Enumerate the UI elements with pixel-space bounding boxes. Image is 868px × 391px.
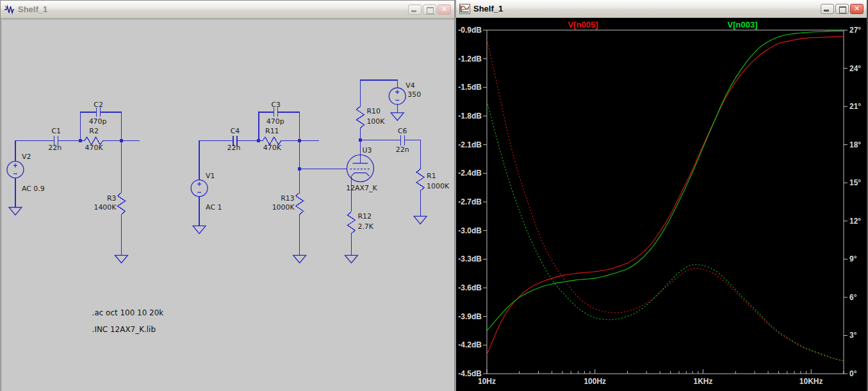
minimize-icon [411,10,416,12]
component-label[interactable]: R11 [265,127,279,135]
schematic-drawing: C122nC2470pR2470KV2AC 0.9R31400KC422nC34… [1,19,454,391]
y-left-tick-label: -3.9dB [458,312,482,321]
y-left-tick-label: -4.2dB [458,340,482,349]
component-label[interactable]: 350 [407,90,421,99]
schematic-icon[interactable] [4,4,15,15]
component-label[interactable]: 22n [227,144,241,152]
y-right-tick-label: 15° [849,178,861,187]
y-right-tick-label: 6° [849,293,857,302]
legend-label[interactable]: V[n003] [728,20,758,29]
minimize-icon [824,10,829,12]
y-left-tick-label: -1.5dB [458,83,482,92]
voltage-source-V2[interactable] [7,162,24,178]
y-right-tick-label: 3° [849,331,857,340]
component-label[interactable]: R13 [281,194,295,203]
maximize-icon [839,6,846,13]
resistor-R3[interactable] [117,193,125,215]
y-left-tick-label: -3.3dB [458,254,482,263]
y-right-tick-label: 0° [849,369,857,378]
maximize-icon [427,7,434,14]
close-icon: ✕ [438,5,450,14]
close-button[interactable]: ✕ [438,4,451,15]
maximize-button[interactable] [835,4,849,14]
component-label[interactable]: R10 [366,107,381,115]
component-label[interactable]: 1000K [427,182,450,190]
component-label[interactable]: C6 [398,127,407,135]
resistor-R12[interactable] [347,212,355,233]
y-right-tick-label: 9° [849,254,857,263]
waveform-icon[interactable] [459,4,470,14]
component-label[interactable]: R12 [357,212,372,220]
schematic-window: Shelf_1 ✕ [0,0,455,391]
x-tick-label: 10KHz [799,377,823,386]
x-tick-label: 100Hz [584,377,606,386]
component-label[interactable]: 100K [366,117,385,126]
y-right-tick-label: 12° [849,217,861,226]
window-title: Shelf_1 [18,4,408,14]
component-label[interactable]: C2 [94,101,103,109]
y-right-tick-label: 27° [849,26,861,35]
x-tick-label: 10Hz [478,377,496,386]
component-label[interactable]: C1 [51,127,61,135]
component-label[interactable]: C3 [271,101,281,109]
component-label[interactable]: V4 [405,81,414,90]
resistor-R10[interactable] [356,106,364,128]
component-label[interactable]: 470K [85,144,104,152]
component-label[interactable]: 12AX7_K [346,184,377,192]
waveform-titlebar[interactable]: Shelf_1 ✕ [456,0,867,18]
component-label[interactable]: 22n [48,144,61,152]
y-right-tick-label: 21° [849,102,861,111]
close-icon: ✕ [851,4,863,13]
resistor-R13[interactable] [296,193,304,215]
component-labels[interactable]: C122nC2470pR2470KV2AC 0.9R31400KC422nC34… [22,81,450,231]
component-label[interactable]: AC 1 [206,203,222,212]
x-tick-label: 1KHz [693,377,712,386]
bode-plot[interactable]: -0.9dB-1.2dB-1.5dB-1.8dB-2.1dB-2.4dB-2.7… [456,18,867,388]
plot-canvas[interactable]: V[n005]V[n003] -0.9dB-1.2dB-1.5dB-1.8dB-… [456,18,867,390]
y-left-tick-label: -2.4dB [458,169,482,178]
minimize-button[interactable] [821,4,834,14]
component-label[interactable]: 1000K [272,203,295,212]
component-label[interactable]: 2.7K [357,222,373,231]
y-left-tick-label: -0.9dB [458,26,482,35]
window-title: Shelf_1 [473,4,821,13]
component-label[interactable]: AC 0.9 [22,185,45,193]
component-label[interactable]: R3 [107,194,117,203]
spice-directive-text[interactable]: .INC 12AX7_K.lib [92,325,156,334]
capacitor-C2[interactable] [97,108,101,117]
schematic-canvas[interactable]: C122nC2470pR2470KV2AC 0.9R31400KC422nC34… [1,19,454,391]
component-label[interactable]: 470p [89,117,107,126]
component-label[interactable]: 470p [266,117,284,126]
capacitor-C3[interactable] [274,108,278,117]
component-label[interactable]: 1400K [94,203,117,212]
voltage-source-V1[interactable] [191,180,208,197]
spice-directives[interactable]: .ac oct 100 10 20k.INC 12AX7_K.lib [92,308,164,334]
capacitor-C6[interactable] [400,135,404,146]
y-right-tick-label: 18° [849,140,861,149]
component-label[interactable]: U3 [362,146,372,154]
component-label[interactable]: 22n [396,146,409,154]
close-button[interactable]: ✕ [850,4,864,14]
y-left-tick-label: -3.0dB [458,226,482,235]
component-label[interactable]: 470K [263,144,282,152]
resistor-R1[interactable] [416,169,424,191]
component-label[interactable]: C4 [231,127,240,135]
y-left-tick-label: -1.8dB [458,112,482,121]
component-label[interactable]: R1 [427,172,436,180]
y-left-tick-label: -2.7dB [458,197,482,206]
spice-directive-text[interactable]: .ac oct 100 10 20k [92,308,164,317]
legend-label[interactable]: V[n005] [568,20,598,29]
voltage-source-V4[interactable] [389,88,405,104]
component-label[interactable]: V2 [22,153,31,161]
y-left-tick-label: -3.6dB [458,283,482,292]
y-left-tick-label: -1.2dB [458,54,482,63]
component-label[interactable]: V1 [206,172,215,180]
y-right-tick-label: 24° [849,64,861,73]
maximize-button[interactable] [423,4,436,15]
schematic-titlebar[interactable]: Shelf_1 ✕ [1,1,454,19]
y-left-tick-label: -2.1dB [458,140,482,149]
component-label[interactable]: R2 [89,127,99,135]
waveform-window: Shelf_1 ✕ V[n005]V[n003] -0.9dB-1.2dB-1.… [455,0,868,391]
plot-background [456,18,867,388]
minimize-button[interactable] [408,4,422,15]
